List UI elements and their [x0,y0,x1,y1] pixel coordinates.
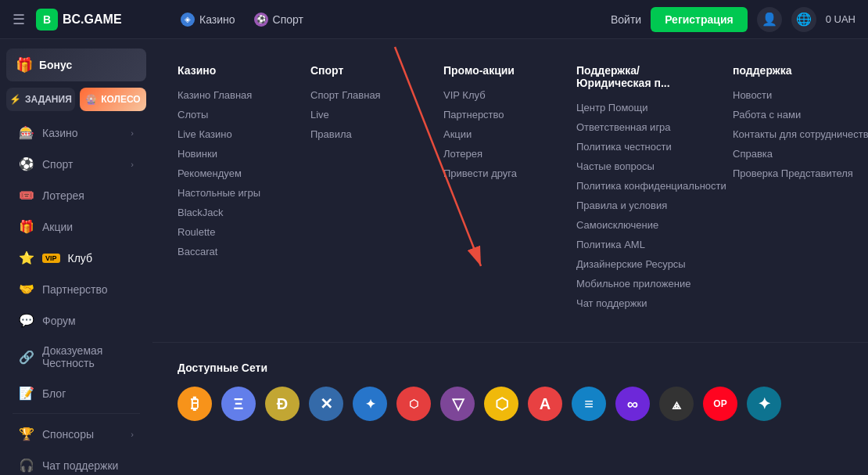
wheel-label: КОЛЕСО [101,94,140,105]
sidebar-item-support[interactable]: 🎧 Чат поддержки [6,450,146,475]
network-link[interactable]: ⬡ [396,387,431,421]
menu-link-new[interactable]: Новинки [178,148,279,160]
sidebar: 🎁 Бонус ⚡ ЗАДАНИЯ 🎡 КОЛЕСО 🎰 Казино › ⚽ … [0,39,152,475]
menu-link-chat[interactable]: Чат поддержки [576,297,701,309]
menu-col-support-title: Поддержка/Юридическая п... [576,64,701,89]
menu-link-baccarat[interactable]: Baccarat [178,246,279,257]
menu-col-promo: Промо-акции VIP Клуб Партнерство Акции Л… [443,64,545,317]
menu-link-help[interactable]: Центр Помощи [576,102,701,113]
logo-text: BC.GAME [63,13,122,27]
sidebar-blog-label: Блог [42,387,134,400]
menu-link-design-resources[interactable]: Дизайнерские Ресурсы [576,258,701,270]
menu-link-privacy[interactable]: Политика конфиденциальности [576,180,701,192]
network-op[interactable]: OP [703,387,737,421]
sidebar-divider [13,413,140,414]
menu-link-slots[interactable]: Слоты [178,109,279,121]
network-unknown[interactable]: ✦ [747,387,781,421]
menu-link-responsible[interactable]: Ответственная игра [576,121,701,133]
network-stratis[interactable]: ≡ [572,387,606,421]
network-avax[interactable]: A [528,387,562,421]
network-infinity[interactable]: ∞ [615,387,650,421]
menu-link-terms[interactable]: Правила и условия [576,200,701,211]
sidebar-promo-label: Акции [42,221,134,233]
tasks-icon: ⚡ [9,94,21,105]
wheel-button[interactable]: 🎡 КОЛЕСО [80,88,146,111]
vip-icon: ⭐ [19,250,34,265]
menu-link-blackjack[interactable]: BlackJack [178,207,279,218]
menu-link-sport-main[interactable]: Спорт Главная [310,89,412,101]
menu-link-roulette[interactable]: Roulette [178,226,279,238]
menu-link-careers[interactable]: Работа с нами [733,109,868,121]
forum-icon: 💬 [19,313,34,328]
sport-icon: ⚽ [254,13,268,27]
casino-sidebar-icon: 🎰 [19,125,34,140]
sidebar-item-vip[interactable]: ⭐ VIP Клуб [6,243,146,273]
sidebar-item-sport[interactable]: ⚽ Спорт › [6,149,146,179]
menu-link-fairness[interactable]: Политика честности [576,141,701,153]
menu-link-faq[interactable]: Частые вопросы [576,160,701,172]
menu-link-mobile[interactable]: Мобильное приложение [576,278,701,290]
vip-badge: VIP [42,254,60,263]
nav-casino-label: Казино [199,13,235,26]
network-dogecoin[interactable]: Ð [265,387,299,421]
login-button[interactable]: Войти [611,13,641,26]
network-usdc[interactable]: ✦ [353,387,387,421]
menu-link-live-casino[interactable]: Live Казино [178,128,279,140]
menu-columns: Казино Казино Главная Слоты Live Казино … [178,64,837,317]
sidebar-item-promo[interactable]: 🎁 Акции [6,211,146,242]
sidebar-casino-label: Казино [42,127,123,139]
network-tor[interactable]: ▽ [440,387,475,421]
menu-link-self-exclusion[interactable]: Самоисключение [576,219,701,231]
register-button[interactable]: Регистрация [651,7,748,32]
sidebar-item-casino[interactable]: 🎰 Казино › [6,117,146,148]
sidebar-item-forum[interactable]: 💬 Форум [6,305,146,336]
menu-link-help2[interactable]: Справка [733,148,868,160]
nav-sport[interactable]: ⚽ Спорт [254,13,303,27]
partnership-icon: 🤝 [19,282,34,297]
menu-col-sport: Спорт Спорт Главная Live Правила [310,64,412,317]
menu-link-rep-verify[interactable]: Проверка Представителя [733,167,868,179]
nav-casino[interactable]: ◈ Казино [181,13,235,27]
menu-link-rules[interactable]: Правила [310,128,412,140]
sidebar-item-partnership[interactable]: 🤝 Партнерство [6,274,146,304]
menu-col-casino-title: Казино [178,64,279,77]
logo-icon: B [36,9,58,31]
logo[interactable]: B BC.GAME [36,9,122,31]
menu-link-vip[interactable]: VIP Клуб [443,89,545,101]
tasks-button[interactable]: ⚡ ЗАДАНИЯ [6,88,75,111]
menu-link-promo-actions[interactable]: Акции [443,128,545,140]
sidebar-item-lottery[interactable]: 🎟️ Лотерея [6,180,146,211]
sponsors-icon: 🏆 [19,426,34,441]
menu-link-lottery[interactable]: Лотерея [443,148,545,160]
hamburger-icon[interactable]: ☰ [13,11,25,28]
network-xrp[interactable]: ✕ [309,387,343,421]
menu-link-contacts[interactable]: Контакты для сотрудничества [733,128,868,140]
sidebar-forum-label: Форум [42,315,134,327]
networks-section: Доступные Сети ₿ Ξ Ð ✕ ✦ ⬡ ▽ ⬡ A ≡ ∞ ⟁ O… [152,342,868,440]
menu-link-news[interactable]: Новости [733,89,868,101]
menu-link-partnership[interactable]: Партнерство [443,109,545,121]
header-nav: ◈ Казино ⚽ Спорт [181,13,595,27]
sidebar-vip-label: Клуб [68,252,134,264]
menu-col-support: Поддержка/Юридическая п... Центр Помощи … [576,64,701,317]
sidebar-item-sponsors[interactable]: 🏆 Спонсоры › [6,419,146,449]
network-bitcoin[interactable]: ₿ [178,387,212,421]
network-ethereum[interactable]: Ξ [221,387,256,421]
menu-link-recommended[interactable]: Рекомендуем [178,167,279,179]
menu-link-live[interactable]: Live [310,109,412,121]
blog-icon: 📝 [19,386,34,401]
sidebar-item-blog[interactable]: 📝 Блог [6,378,146,408]
menu-link-casino-main[interactable]: Казино Главная [178,89,279,101]
header-actions: Войти Регистрация 👤 🌐 0 UAH [611,7,855,32]
sidebar-bonus[interactable]: 🎁 Бонус [6,49,146,81]
sidebar-item-provably[interactable]: 🔗 Доказуемая Честность [6,336,146,377]
support-icon: 🎧 [19,458,34,473]
menu-link-aml[interactable]: Политика AML [576,239,701,250]
header: ☰ B BC.GAME ◈ Казино ⚽ Спорт Войти Регис… [0,0,868,39]
profile-icon[interactable]: 👤 [757,7,782,32]
network-arweave[interactable]: ⟁ [659,387,694,421]
menu-link-table-games[interactable]: Настольные игры [178,187,279,199]
network-bnb[interactable]: ⬡ [484,387,518,421]
language-icon[interactable]: 🌐 [791,7,816,32]
menu-link-referral[interactable]: Привести друга [443,167,545,179]
